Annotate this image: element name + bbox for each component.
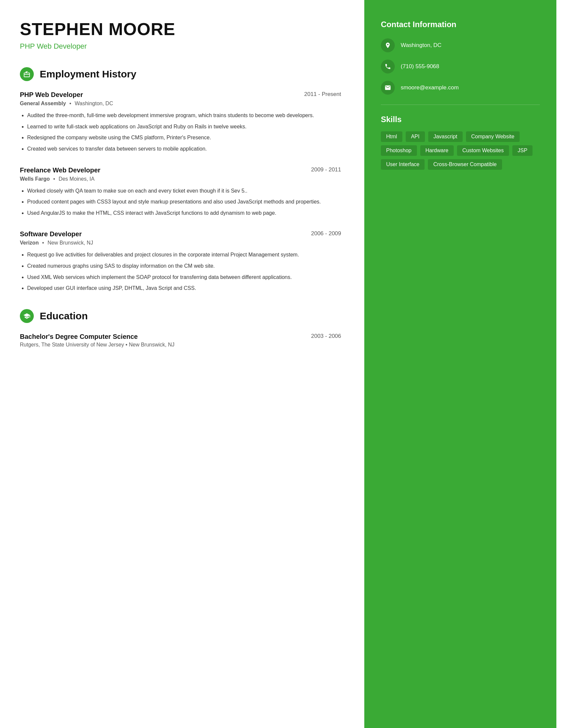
education-list: Bachelor's Degree Computer Science2003 -… bbox=[20, 333, 341, 348]
job-title: Freelance Web Developer bbox=[20, 166, 100, 174]
education-section: Education Bachelor's Degree Computer Sci… bbox=[20, 309, 341, 348]
skill-tag-4: Photoshop bbox=[381, 145, 417, 156]
skill-tag-5: Hardware bbox=[420, 145, 454, 156]
employment-section: Employment History PHP Web Developer2011… bbox=[20, 67, 341, 293]
sidebar: Contact Information Washington, DC (710)… bbox=[364, 0, 556, 728]
job-block-2: Software Developer2006 - 2009Verizon • N… bbox=[20, 230, 341, 292]
job-bullet: Used AngularJS to make the HTML, CSS int… bbox=[27, 209, 341, 217]
skills-section: Skills HtmlAPIJavascriptCompany WebsiteP… bbox=[381, 115, 540, 170]
location-icon bbox=[381, 38, 395, 52]
job-bullet: Used XML Web services which implement th… bbox=[27, 273, 341, 282]
skill-tag-6: Custom Websites bbox=[457, 145, 509, 156]
contact-section-title: Contact Information bbox=[381, 20, 540, 29]
education-title: Education bbox=[40, 310, 88, 322]
employment-section-header: Employment History bbox=[20, 67, 341, 81]
job-block-0: PHP Web Developer2011 - PresentGeneral A… bbox=[20, 91, 341, 153]
contact-phone-text: (710) 555-9068 bbox=[401, 63, 439, 70]
job-company: Wells Fargo • Des Moines, IA bbox=[20, 176, 341, 182]
skill-tag-8: User Interface bbox=[381, 159, 425, 170]
edu-school: Rutgers, The State University of New Jer… bbox=[20, 342, 341, 348]
job-bullet: Worked closely with QA team to make sue … bbox=[27, 187, 341, 195]
candidate-title: PHP Web Developer bbox=[20, 42, 341, 51]
skill-tag-9: Cross-Browser Compatible bbox=[428, 159, 502, 170]
job-bullet: Developed user GUI interface using JSP, … bbox=[27, 284, 341, 293]
employment-title: Employment History bbox=[40, 68, 136, 80]
education-icon bbox=[20, 309, 34, 323]
job-dates: 2011 - Present bbox=[304, 91, 341, 98]
job-bullets: Audited the three-month, full-time web d… bbox=[20, 111, 341, 153]
job-bullets: Worked closely with QA team to make sue … bbox=[20, 187, 341, 217]
contact-email-text: smoore@example.com bbox=[401, 84, 459, 91]
skill-tag-1: API bbox=[406, 131, 425, 142]
skill-tag-0: Html bbox=[381, 131, 402, 142]
header-block: STEPHEN MOORE PHP Web Developer bbox=[20, 20, 341, 51]
skill-tag-3: Company Website bbox=[466, 131, 520, 142]
contact-section: Contact Information Washington, DC (710)… bbox=[381, 20, 540, 95]
email-icon bbox=[381, 81, 395, 95]
job-dates: 2009 - 2011 bbox=[311, 166, 341, 173]
edu-block-0: Bachelor's Degree Computer Science2003 -… bbox=[20, 333, 341, 348]
main-content: STEPHEN MOORE PHP Web Developer Employme… bbox=[0, 0, 364, 728]
job-company: Verizon • New Brunswick, NJ bbox=[20, 240, 341, 246]
contact-location-text: Washington, DC bbox=[401, 42, 442, 49]
job-header: Freelance Web Developer2009 - 2011 bbox=[20, 166, 341, 174]
job-bullet: Request go live activities for deliverab… bbox=[27, 250, 341, 259]
job-bullet: Produced content pages with CSS3 layout … bbox=[27, 198, 341, 206]
job-title: Software Developer bbox=[20, 230, 82, 238]
edu-degree: Bachelor's Degree Computer Science bbox=[20, 333, 138, 341]
edu-dates: 2003 - 2006 bbox=[311, 333, 341, 340]
job-bullet: Created numerous graphs using SAS to dis… bbox=[27, 262, 341, 270]
job-company: General Assembly • Washington, DC bbox=[20, 101, 341, 107]
skills-section-title: Skills bbox=[381, 115, 540, 124]
sidebar-divider bbox=[381, 105, 540, 105]
candidate-name: STEPHEN MOORE bbox=[20, 20, 341, 39]
job-bullet: Learned to write full-stack web applicat… bbox=[27, 122, 341, 131]
job-title: PHP Web Developer bbox=[20, 91, 83, 99]
edu-header: Bachelor's Degree Computer Science2003 -… bbox=[20, 333, 341, 341]
job-bullet: Redesigned the company website using the… bbox=[27, 133, 341, 142]
phone-icon bbox=[381, 60, 395, 73]
job-bullets: Request go live activities for deliverab… bbox=[20, 250, 341, 292]
job-header: PHP Web Developer2011 - Present bbox=[20, 91, 341, 99]
job-block-1: Freelance Web Developer2009 - 2011Wells … bbox=[20, 166, 341, 217]
contact-location: Washington, DC bbox=[381, 38, 540, 52]
education-section-header: Education bbox=[20, 309, 341, 323]
job-bullet: Audited the three-month, full-time web d… bbox=[27, 111, 341, 120]
contact-phone: (710) 555-9068 bbox=[381, 60, 540, 73]
briefcase-icon bbox=[20, 67, 34, 81]
job-bullet: Created web services to transfer data be… bbox=[27, 145, 341, 153]
skill-tag-2: Javascript bbox=[428, 131, 463, 142]
jobs-list: PHP Web Developer2011 - PresentGeneral A… bbox=[20, 91, 341, 293]
job-dates: 2006 - 2009 bbox=[311, 230, 341, 237]
skill-tag-7: JSP bbox=[512, 145, 533, 156]
skills-tags: HtmlAPIJavascriptCompany WebsitePhotosho… bbox=[381, 131, 540, 170]
job-header: Software Developer2006 - 2009 bbox=[20, 230, 341, 238]
contact-email: smoore@example.com bbox=[381, 81, 540, 95]
